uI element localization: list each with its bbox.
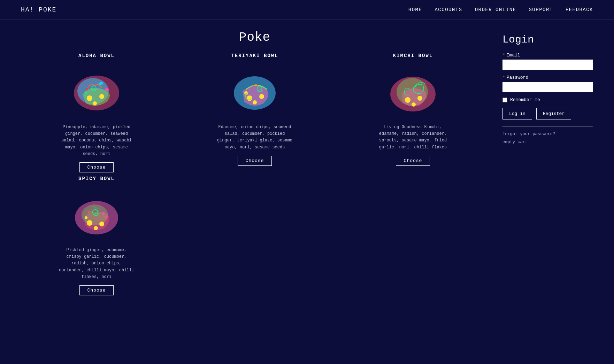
remember-row: Remember me bbox=[502, 97, 593, 102]
product-card-teriyaki: TERIYAKI BOWL bbox=[179, 53, 330, 172]
svg-point-19 bbox=[82, 204, 108, 225]
product-name-kimchi: KIMCHI BOWL bbox=[393, 53, 433, 59]
email-input[interactable] bbox=[502, 60, 593, 70]
svg-point-21 bbox=[99, 222, 104, 226]
choose-btn-spicy[interactable]: Choose bbox=[79, 285, 114, 295]
login-section: Login *Email *Password Remember me Log i… bbox=[502, 30, 593, 295]
svg-point-15 bbox=[405, 97, 410, 103]
product-name-aloha: ALOHA BOWL bbox=[78, 53, 115, 59]
remember-label: Remember me bbox=[510, 97, 540, 102]
svg-point-3 bbox=[99, 94, 104, 99]
forgot-password-link[interactable]: Forgot your password? bbox=[502, 132, 593, 137]
nav-order-online[interactable]: ORDER ONLINE bbox=[475, 7, 516, 13]
register-button[interactable]: Register bbox=[536, 108, 571, 119]
empty-cart-text: empty cart bbox=[502, 140, 528, 145]
product-name-spicy: SPICY BOWL bbox=[78, 176, 115, 181]
login-button[interactable]: Log in bbox=[502, 108, 532, 119]
choose-btn-aloha[interactable]: Choose bbox=[79, 162, 114, 172]
remember-checkbox[interactable] bbox=[502, 98, 507, 102]
choose-btn-teriyaki[interactable]: Choose bbox=[238, 156, 272, 166]
products-section: Poke ALOHA BOWL bbox=[21, 30, 489, 295]
svg-point-2 bbox=[87, 95, 92, 101]
nav-support[interactable]: SUPPORT bbox=[529, 7, 553, 13]
product-image-aloha bbox=[69, 63, 124, 119]
nav-accounts[interactable]: ACCOUNTS bbox=[435, 7, 462, 13]
product-image-spicy bbox=[69, 186, 124, 242]
products-grid: ALOHA BOWL bbox=[21, 53, 489, 172]
svg-point-23 bbox=[85, 216, 87, 219]
choose-btn-kimchi[interactable]: Choose bbox=[396, 156, 430, 166]
password-form-group: *Password bbox=[502, 75, 593, 92]
product-name-teriyaki: TERIYAKI BOWL bbox=[231, 53, 278, 59]
product-description-spicy: Pickled ginger, edamame, crispy garlic, … bbox=[58, 247, 135, 280]
svg-point-16 bbox=[417, 96, 422, 101]
product-image-kimchi bbox=[385, 63, 441, 119]
email-required-star: * bbox=[502, 53, 505, 58]
login-buttons: Log in Register bbox=[502, 108, 593, 119]
svg-point-5 bbox=[105, 88, 109, 91]
product-description-kimchi: Living Goodness Kimchi, edamame, radish,… bbox=[375, 124, 451, 151]
email-form-group: *Email bbox=[502, 53, 593, 70]
product-description-aloha: Pineapple, edamame, pickled ginger, cucu… bbox=[58, 124, 135, 157]
password-required-star: * bbox=[502, 75, 505, 80]
nav-home[interactable]: HOME bbox=[408, 7, 422, 13]
login-divider bbox=[502, 126, 593, 127]
navbar: HA! POKE HOME ACCOUNTS ORDER ONLINE SUPP… bbox=[0, 0, 614, 20]
svg-point-6 bbox=[86, 88, 88, 90]
svg-point-24 bbox=[102, 212, 105, 215]
password-label: *Password bbox=[502, 75, 593, 80]
main-container: Poke ALOHA BOWL bbox=[0, 20, 614, 306]
product-card-spicy: SPICY BOWL bbox=[21, 176, 172, 295]
svg-point-10 bbox=[259, 94, 264, 99]
section-title: Poke bbox=[21, 30, 489, 45]
svg-point-7 bbox=[88, 86, 90, 88]
svg-point-25 bbox=[105, 216, 107, 218]
product-image-teriyaki bbox=[227, 63, 283, 119]
brand-logo[interactable]: HA! POKE bbox=[21, 6, 56, 13]
svg-point-11 bbox=[253, 100, 257, 104]
nav-feedback[interactable]: FEEDBACK bbox=[566, 7, 593, 13]
svg-point-4 bbox=[93, 101, 97, 106]
svg-point-17 bbox=[412, 102, 416, 107]
email-label: *Email bbox=[502, 53, 593, 58]
login-title: Login bbox=[502, 34, 593, 46]
nav-links: HOME ACCOUNTS ORDER ONLINE SUPPORT FEEDB… bbox=[408, 7, 593, 13]
svg-point-22 bbox=[94, 226, 98, 230]
password-input[interactable] bbox=[502, 82, 593, 92]
product-card-aloha: ALOHA BOWL bbox=[21, 53, 172, 172]
product-card-kimchi: KIMCHI BOWL Living Goo bbox=[337, 53, 489, 172]
svg-point-20 bbox=[87, 220, 92, 226]
product-description-teriyaki: Edamame, onion chips, seaweed salad, cuc… bbox=[216, 124, 293, 151]
